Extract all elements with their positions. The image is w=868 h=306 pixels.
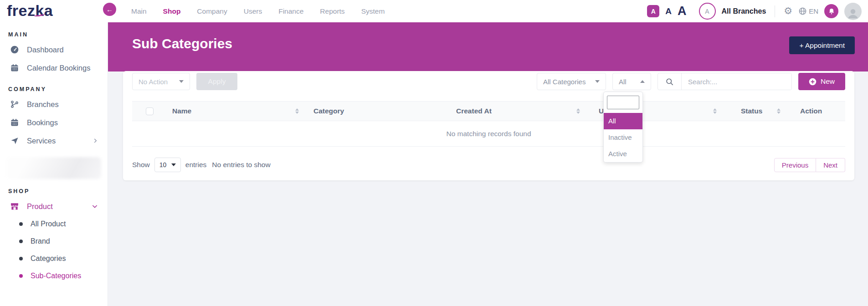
- chevron-right-icon: [92, 138, 98, 144]
- next-page-button[interactable]: Next: [816, 158, 845, 172]
- sidebar-item-product[interactable]: Product: [0, 197, 108, 215]
- bullet-icon: [19, 240, 23, 243]
- bullet-icon: [19, 274, 23, 278]
- arrow-left-icon: ←: [106, 5, 113, 13]
- sidebar-item-categories[interactable]: Categories: [0, 250, 108, 267]
- select-all-checkbox[interactable]: [146, 107, 154, 115]
- nav-item-company[interactable]: Company: [197, 7, 227, 15]
- column-header-name[interactable]: Name: [164, 107, 310, 115]
- sort-icon[interactable]: [777, 108, 781, 114]
- nav-item-system[interactable]: System: [361, 7, 385, 15]
- sub-categories-table: Name Category Created At Updated At Stat…: [132, 101, 845, 147]
- content-card: No Action Apply All Categories All: [123, 71, 854, 180]
- sort-icon[interactable]: [576, 108, 580, 114]
- sidebar-item-label: Brand: [31, 237, 50, 245]
- sidebar-item-label: All Product: [31, 220, 66, 228]
- sidebar-item-branches[interactable]: Branches: [0, 95, 108, 113]
- table-footer: Show 10 entries No entries to show Previ…: [132, 158, 845, 172]
- sidebar-skeleton-placeholder: [6, 157, 101, 179]
- sidebar-item-dashboard[interactable]: Dashboard: [0, 41, 108, 59]
- status-option-all[interactable]: All: [604, 113, 642, 129]
- page-size-value: 10: [159, 161, 167, 168]
- status-filter-value: All: [619, 78, 627, 86]
- header-divider: [775, 5, 775, 17]
- sidebar-item-label: Calendar Bookings: [27, 64, 90, 72]
- notifications-button[interactable]: [824, 4, 838, 18]
- sidebar-item-all-product[interactable]: All Product: [0, 215, 108, 233]
- language-label: EN: [809, 7, 818, 15]
- column-label: Status: [741, 107, 762, 115]
- sidebar-item-label: Services: [27, 137, 56, 145]
- previous-page-button[interactable]: Previous: [774, 158, 816, 172]
- select-all-cell: [132, 107, 164, 115]
- sidebar: MAIN Dashboard Calendar Bookings COMPANY…: [0, 22, 108, 306]
- top-header: frezka ← Main Shop Company Users Finance…: [0, 0, 868, 22]
- table-header-row: Name Category Created At Updated At Stat…: [132, 101, 845, 121]
- sidebar-item-bookings[interactable]: Bookings: [0, 113, 108, 132]
- column-label: Name: [172, 107, 191, 115]
- branch-selector[interactable]: All Branches: [722, 7, 766, 15]
- plus-circle-icon: [809, 78, 817, 86]
- category-filter-select[interactable]: All Categories: [537, 73, 606, 90]
- sidebar-item-label: Categories: [31, 255, 66, 263]
- sidebar-item-label: Bookings: [27, 118, 58, 127]
- caret-down-icon: [595, 80, 600, 83]
- bulk-action-select[interactable]: No Action: [132, 73, 190, 90]
- font-size-large-button[interactable]: A: [678, 4, 687, 18]
- globe-icon: [798, 7, 807, 15]
- language-selector[interactable]: EN: [798, 7, 818, 15]
- calendar-icon: [10, 118, 19, 127]
- caret-down-icon: [179, 80, 184, 83]
- font-size-small-button[interactable]: A: [647, 5, 659, 17]
- sidebar-section-company: COMPANY: [8, 86, 108, 92]
- app-logo: frezka: [7, 2, 53, 20]
- new-button[interactable]: New: [798, 73, 845, 90]
- header-right-cluster: A A A A All Branches ⚙ EN: [647, 0, 862, 22]
- nav-item-reports[interactable]: Reports: [320, 7, 344, 15]
- sort-icon[interactable]: [295, 108, 299, 114]
- table-empty-row: No matching records found: [132, 121, 845, 147]
- new-button-label: New: [821, 77, 835, 86]
- pagination-controls: Previous Next: [774, 158, 845, 172]
- entries-label: entries: [185, 161, 207, 169]
- page-size-select[interactable]: 10: [154, 158, 181, 172]
- user-avatar[interactable]: [844, 3, 862, 20]
- status-option-active[interactable]: Active: [604, 146, 642, 162]
- nav-item-finance[interactable]: Finance: [278, 7, 303, 15]
- bulk-action-value: No Action: [139, 78, 168, 86]
- font-size-medium-button[interactable]: A: [665, 6, 672, 16]
- branch-avatar[interactable]: A: [699, 3, 716, 20]
- sort-icon[interactable]: [713, 108, 717, 114]
- appointment-button[interactable]: + Appointment: [789, 36, 855, 54]
- column-label: Created At: [456, 107, 492, 115]
- status-option-inactive[interactable]: Inactive: [604, 129, 642, 146]
- top-navigation: Main Shop Company Users Finance Reports …: [131, 0, 385, 22]
- nav-item-users[interactable]: Users: [244, 7, 262, 15]
- search-icon[interactable]: [658, 73, 682, 90]
- search-box: [657, 73, 792, 90]
- status-dropdown-panel: All Inactive Active: [603, 92, 643, 163]
- column-header-created-at[interactable]: Created At: [450, 107, 591, 115]
- store-icon: [10, 202, 19, 211]
- status-dropdown-filter-input[interactable]: [607, 96, 639, 109]
- apply-button[interactable]: Apply: [196, 73, 237, 90]
- column-label: Action: [800, 107, 822, 115]
- settings-gear-icon[interactable]: ⚙: [784, 6, 792, 16]
- sidebar-item-label: Branches: [27, 100, 59, 109]
- sidebar-item-calendar-bookings[interactable]: Calendar Bookings: [0, 59, 108, 77]
- nav-item-main[interactable]: Main: [131, 7, 147, 15]
- sidebar-section-shop: SHOP: [8, 188, 108, 194]
- sidebar-section-main: MAIN: [8, 31, 108, 38]
- sidebar-item-services[interactable]: Services: [0, 132, 108, 150]
- bullet-icon: [19, 222, 23, 226]
- back-button[interactable]: ←: [103, 3, 116, 16]
- status-filter-select[interactable]: All: [612, 73, 651, 90]
- search-input[interactable]: [682, 73, 791, 90]
- chevron-down-icon: [91, 203, 98, 210]
- sidebar-item-label: Product: [27, 202, 53, 211]
- nav-item-shop[interactable]: Shop: [163, 7, 181, 15]
- column-header-status[interactable]: Status: [728, 107, 787, 115]
- sidebar-item-brand[interactable]: Brand: [0, 233, 108, 250]
- chevron-down-icon: [171, 163, 176, 166]
- sidebar-item-sub-categories[interactable]: Sub-Categories: [0, 267, 108, 285]
